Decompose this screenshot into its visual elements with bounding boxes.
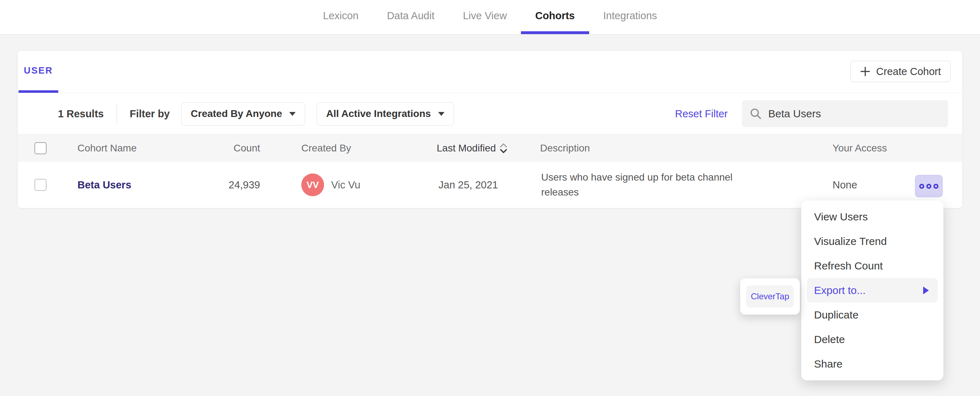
cohort-description: Users who have signed up for beta channe… [541, 170, 737, 200]
menu-item-share[interactable]: Share [801, 351, 943, 376]
created-by-dropdown[interactable]: Created By Anyone [181, 102, 305, 126]
cohort-count: 24,939 [229, 179, 260, 191]
sort-icon [500, 143, 508, 153]
header-description: Description [540, 142, 590, 154]
header-your-access: Your Access [832, 142, 887, 154]
last-modified-date: Jan 25, 2021 [439, 179, 498, 191]
menu-item-export-to[interactable]: Export to... [807, 278, 938, 302]
results-count: 1 Results [58, 108, 104, 120]
menu-item-view-users[interactable]: View Users [801, 204, 943, 229]
row-actions-menu: View Users Visualize Trend Refresh Count… [801, 201, 943, 380]
created-by-name: Vic Vu [331, 179, 360, 191]
filter-bar-right: Reset Filter [675, 100, 948, 127]
menu-item-export-to-label: Export to... [814, 284, 865, 297]
create-cohort-button[interactable]: Create Cohort [850, 61, 950, 82]
tab-user[interactable]: USER [19, 51, 58, 93]
menu-item-duplicate[interactable]: Duplicate [801, 302, 943, 327]
active-integrations-dropdown[interactable]: All Active Integrations [317, 102, 454, 126]
submenu-item-clevertap[interactable]: CleverTap [746, 286, 794, 308]
active-integrations-dropdown-value: All Active Integrations [326, 108, 431, 120]
avatar: VV [301, 174, 324, 196]
more-options-icon [926, 184, 931, 189]
header-last-modified-label: Last Modified [437, 142, 496, 154]
header-count: Count [234, 142, 260, 154]
plus-icon [860, 66, 870, 77]
menu-item-delete[interactable]: Delete [801, 327, 943, 351]
chevron-down-icon [438, 112, 444, 116]
chevron-down-icon [289, 112, 296, 116]
header-cohort-name: Cohort Name [78, 142, 137, 154]
nav-tab-cohorts[interactable]: Cohorts [521, 0, 589, 34]
filter-by-label: Filter by [130, 108, 170, 120]
export-submenu: CleverTap [740, 278, 800, 315]
divider [116, 104, 117, 124]
search-icon [750, 108, 762, 120]
nav-tab-lexicon[interactable]: Lexicon [309, 0, 373, 34]
create-cohort-label: Create Cohort [876, 66, 941, 78]
more-options-icon [934, 184, 939, 189]
nav-tab-live-view[interactable]: Live View [449, 0, 521, 34]
header-last-modified[interactable]: Last Modified [437, 142, 508, 154]
row-checkbox[interactable] [35, 179, 46, 191]
nav-tab-data-audit[interactable]: Data Audit [373, 0, 449, 34]
filter-bar: 1 Results Filter by Created By Anyone Al… [18, 93, 962, 134]
cohorts-card: USER Create Cohort 1 Results Filter by C… [18, 51, 962, 208]
submenu-arrow-icon [923, 286, 929, 294]
cohort-type-tabbar: USER Create Cohort [18, 51, 962, 93]
cohort-name-link[interactable]: Beta Users [78, 179, 132, 191]
created-by-cell: VV Vic Vu [301, 174, 360, 196]
row-actions-button[interactable] [915, 175, 943, 197]
search-input[interactable] [768, 108, 940, 120]
top-navigation: Lexicon Data Audit Live View Cohorts Int… [0, 0, 980, 35]
table-header: Cohort Name Count Created By Last Modifi… [18, 134, 962, 162]
created-by-dropdown-value: Created By Anyone [191, 108, 282, 120]
your-access-value: None [832, 179, 857, 191]
more-options-icon [919, 184, 924, 189]
select-all-checkbox[interactable] [35, 142, 46, 154]
menu-item-visualize-trend[interactable]: Visualize Trend [801, 229, 943, 254]
menu-item-refresh-count[interactable]: Refresh Count [801, 254, 943, 278]
nav-tab-integrations[interactable]: Integrations [589, 0, 671, 34]
header-created-by: Created By [301, 142, 351, 154]
search-box[interactable] [742, 100, 948, 127]
reset-filter-link[interactable]: Reset Filter [675, 108, 728, 120]
